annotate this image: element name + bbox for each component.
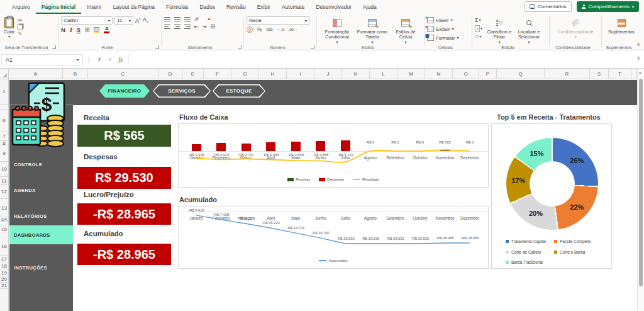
align-center-icon[interactable] (174, 25, 180, 30)
copy-icon[interactable] (18, 25, 23, 30)
nav-tab-financeiro[interactable]: FINANCEIRO (99, 84, 150, 98)
accumulated-chart[interactable]: Janeiro-R$ 3.418Fevereiro-R$ 7.428Março-… (178, 206, 489, 269)
column-header-E[interactable]: E (182, 69, 204, 79)
menu-tab-1[interactable]: Página Inicial (36, 0, 81, 14)
sensitivity-button[interactable]: Confidencialidade ▾ (552, 16, 599, 39)
font-dialog-launcher[interactable] (155, 45, 159, 49)
column-header-A[interactable]: A (9, 69, 63, 79)
fill-button[interactable]: ↓▾ (475, 25, 482, 32)
row-header-14[interactable]: 14 (0, 217, 8, 222)
sidebar-item-instruções[interactable]: INSTRUÇÕES (14, 265, 73, 271)
wrap-text-icon[interactable]: ↵ (208, 17, 213, 22)
font-color-icon[interactable]: A (104, 26, 109, 33)
addins-button[interactable]: Suplementos (604, 16, 638, 35)
column-header-T[interactable]: T (609, 69, 631, 79)
menu-tab-4[interactable]: Fórmulas (160, 0, 194, 14)
find-select-button[interactable]: Localizar e Selecionar ▾ (514, 16, 544, 45)
row-header-1[interactable]: 1 (0, 79, 8, 105)
column-header-L[interactable]: L (370, 69, 397, 79)
insert-function-icon[interactable]: fx (115, 57, 126, 63)
row-header-11[interactable]: 11 (0, 177, 8, 185)
nav-tab-serviços[interactable]: SERVIÇOS (153, 84, 211, 98)
expand-formula-bar-icon[interactable]: ∨ (636, 55, 640, 61)
comments-button[interactable]: Comentários (525, 1, 571, 12)
row-header-19[interactable]: 19 (0, 269, 8, 276)
top5-chart[interactable]: 26%22%20%17%15%Tratamento CapilarPacote … (491, 123, 612, 269)
column-header-F[interactable]: F (204, 69, 231, 79)
row-header-17[interactable]: 17 (0, 256, 8, 263)
comma-style-icon[interactable]: 000 (267, 28, 273, 31)
row-header-12[interactable]: 12 (0, 185, 8, 199)
sort-filter-button[interactable]: AZ▽ Classificar e Filtrar ▾ (485, 16, 514, 45)
select-all-corner[interactable] (0, 69, 9, 79)
align-middle-icon[interactable] (174, 17, 180, 22)
column-header-G[interactable]: G (231, 69, 259, 79)
row-header-21[interactable]: 21 (0, 283, 8, 289)
column-header-R[interactable]: R (545, 69, 590, 79)
format-as-table-button[interactable]: ✎ Formatar como Tabela ▾ (355, 16, 390, 45)
row-header-13[interactable]: 13 (0, 199, 8, 217)
delete-cells-button[interactable]: × Excluir ▾ (427, 26, 458, 32)
italic-button[interactable]: I (70, 27, 72, 33)
decrease-decimal-icon[interactable]: .00→ (289, 28, 297, 31)
column-header-P[interactable]: P (479, 69, 497, 79)
decrease-indent-icon[interactable]: ⇤ (194, 25, 199, 30)
nav-tab-estoque[interactable]: ESTOQUE (213, 84, 265, 98)
share-button[interactable]: Compartilhamento ▾ (577, 1, 639, 12)
scrollbar-thumb[interactable] (639, 79, 643, 286)
align-right-icon[interactable] (184, 25, 191, 30)
column-header-I[interactable]: I (287, 69, 314, 79)
row-header-10[interactable]: 10 (0, 162, 8, 177)
row-header-15[interactable]: 15 (0, 222, 8, 237)
font-family-select[interactable]: Calibri▾ (61, 16, 113, 25)
paste-button[interactable]: Colar ▾ (3, 16, 16, 39)
insert-cells-button[interactable]: + Inserir ▾ (427, 17, 458, 23)
conditional-formatting-button[interactable]: Formatação Condicional ▾ (319, 16, 355, 45)
menu-tab-0[interactable]: Arquivo (6, 0, 36, 14)
sidebar-item-agenda[interactable]: AGENDA (14, 188, 73, 193)
increase-font-icon[interactable]: A˄ (135, 18, 141, 24)
menu-tab-6[interactable]: Revisão (221, 0, 252, 14)
borders-icon[interactable]: ⊞ (85, 27, 90, 33)
decrease-font-icon[interactable]: A˅ (143, 17, 148, 24)
fill-color-icon[interactable] (94, 27, 99, 33)
menu-tab-7[interactable]: Exibir (252, 0, 276, 14)
row-header-9[interactable]: 9 (0, 145, 8, 162)
menu-tab-5[interactable]: Dados (194, 0, 221, 14)
column-header-partial[interactable] (631, 69, 637, 79)
collapse-ribbon-icon[interactable]: ∨ (636, 42, 640, 47)
formula-input[interactable] (128, 54, 644, 65)
column-header-M[interactable]: M (397, 69, 425, 79)
column-header-C[interactable]: C (88, 69, 158, 79)
increase-decimal-icon[interactable]: ←.0 (277, 28, 284, 31)
row-header-20[interactable]: 20 (0, 276, 8, 283)
cancel-icon[interactable]: ✗ (94, 57, 105, 62)
vertical-scrollbar[interactable]: ▴ (637, 69, 644, 311)
number-format-select[interactable]: Geral▾ (247, 16, 309, 25)
clear-button[interactable]: ◇▾ (475, 33, 482, 39)
cashflow-chart[interactable]: -R$ 3.418Janeiro-R$ 4.010Fevereiro-R$ 3.… (178, 123, 489, 188)
sidebar-item-controle[interactable]: CONTROLE (14, 162, 73, 167)
column-header-B[interactable]: B (63, 69, 88, 79)
row-header-8[interactable]: 8 (0, 141, 8, 145)
menu-tab-2[interactable]: Inserir (81, 0, 108, 14)
sidebar-item-dashboards[interactable]: DASHBOARDS (14, 232, 73, 238)
sidebar-item-relatórios[interactable]: RELATÓRIOS (14, 213, 73, 219)
align-left-icon[interactable] (164, 25, 170, 30)
alignment-dialog-launcher[interactable] (238, 45, 242, 49)
column-header-O[interactable]: O (453, 69, 479, 79)
increase-indent-icon[interactable]: ⇥ (203, 25, 207, 30)
clipboard-dialog-launcher[interactable] (52, 45, 56, 49)
accounting-format-icon[interactable]: $ (247, 26, 253, 33)
row-header-partial[interactable] (0, 105, 8, 110)
menu-tab-10[interactable]: Ajuda (357, 0, 382, 14)
orientation-icon[interactable]: ⇗ (194, 16, 199, 22)
column-header-J[interactable]: J (314, 69, 342, 79)
cut-icon[interactable]: ✂ (18, 18, 23, 23)
bold-button[interactable]: N (61, 26, 65, 33)
column-header-H[interactable]: H (259, 69, 287, 79)
number-dialog-launcher[interactable] (311, 45, 314, 49)
row-header-16[interactable]: 16 (0, 237, 8, 256)
row-header-partial[interactable] (0, 289, 8, 311)
merge-center-icon[interactable]: ⊟ (210, 24, 215, 30)
